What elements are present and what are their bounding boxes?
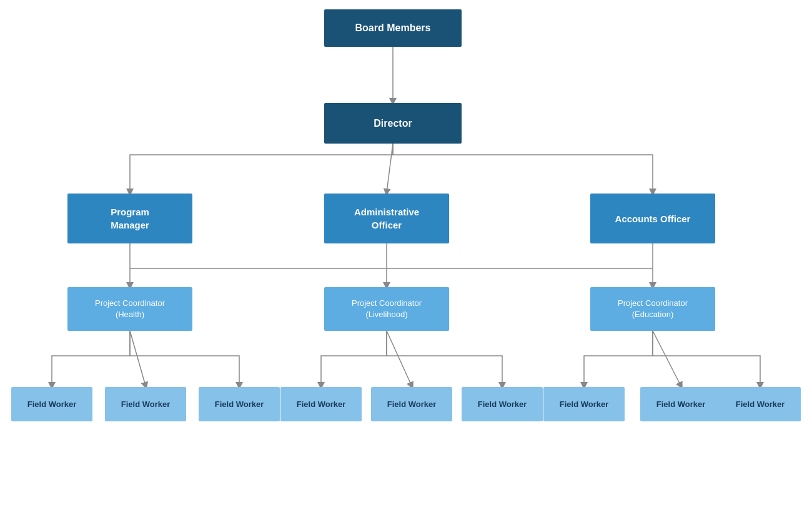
project-coordinator-education-node: Project Coordinator(Education) (590, 287, 715, 331)
org-chart: Board Members Director ProgramManager Ad… (0, 0, 812, 505)
program-manager-node: ProgramManager (67, 194, 192, 243)
field-worker-l1-node: Field Worker (280, 387, 362, 421)
accounts-officer-node: Accounts Officer (590, 194, 715, 243)
field-worker-e1-node: Field Worker (543, 387, 625, 421)
field-worker-l2-node: Field Worker (371, 387, 452, 421)
field-worker-l3-node: Field Worker (462, 387, 543, 421)
svg-line-6 (387, 331, 412, 386)
project-coordinator-health-node: Project Coordinator(Health) (67, 287, 192, 331)
svg-line-5 (130, 331, 146, 386)
field-worker-e2-node: Field Worker (640, 387, 721, 421)
field-worker-h2-node: Field Worker (105, 387, 186, 421)
field-worker-h3-node: Field Worker (199, 387, 280, 421)
director-node: Director (324, 103, 462, 144)
project-coordinator-livelihood-node: Project Coordinator(Livelihood) (324, 287, 449, 331)
connectors-svg (0, 0, 812, 505)
board-members-node: Board Members (324, 9, 462, 47)
svg-line-7 (653, 331, 681, 386)
svg-line-1 (387, 144, 393, 192)
administrative-officer-node: AdministrativeOfficer (324, 194, 449, 243)
field-worker-h1-node: Field Worker (11, 387, 92, 421)
field-worker-e3-node: Field Worker (720, 387, 801, 421)
